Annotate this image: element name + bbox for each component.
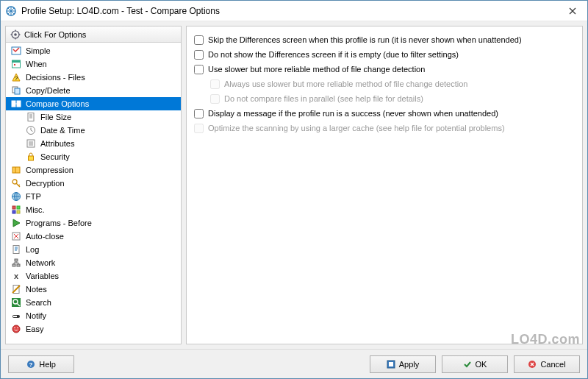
- checkbox[interactable]: [194, 50, 204, 60]
- nav-label: Variables: [26, 272, 59, 280]
- nav-variables[interactable]: x Variables: [6, 269, 181, 283]
- nav-when[interactable]: When: [6, 57, 181, 71]
- svg-rect-16: [28, 113, 34, 121]
- svg-rect-24: [12, 206, 15, 209]
- nav-file-size[interactable]: File Size: [6, 110, 181, 124]
- help-button[interactable]: ? Help: [8, 355, 74, 373]
- nav-easy[interactable]: Easy: [6, 322, 181, 336]
- svg-rect-32: [15, 259, 18, 261]
- svg-text:?: ?: [15, 75, 18, 82]
- help-icon: ?: [26, 360, 35, 369]
- opt-skip-differences[interactable]: Skip the Differences screen when this pr…: [194, 32, 575, 47]
- nav-decisions[interactable]: ? Decisions - Files: [6, 71, 181, 84]
- option-label: Display a message if the profile run is …: [208, 109, 498, 118]
- nav-simple[interactable]: Simple: [6, 44, 181, 57]
- checkbox[interactable]: [194, 109, 204, 118]
- nav-copydelete[interactable]: Copy/Delete: [6, 84, 181, 97]
- nav-autoclose[interactable]: Auto-close: [6, 230, 181, 243]
- nav-label: Misc.: [26, 205, 45, 214]
- checkbox: [210, 94, 220, 104]
- lock-icon: [25, 151, 37, 163]
- key-icon: [10, 177, 22, 189]
- opt-slower-reliable[interactable]: Use slower but more reliable method of f…: [194, 62, 575, 77]
- ok-button[interactable]: OK: [442, 355, 508, 373]
- svg-point-40: [14, 327, 15, 329]
- svg-rect-30: [12, 264, 15, 266]
- nav-log[interactable]: Log: [6, 243, 181, 256]
- checkbox: [194, 124, 204, 133]
- svg-rect-13: [15, 88, 20, 94]
- apply-button[interactable]: Apply: [370, 355, 436, 373]
- app-icon: [5, 5, 17, 17]
- titlebar: Profile Setup: LO4D.com - Test - Compare…: [1, 1, 587, 21]
- button-bar: ? Help Apply OK Cancel: [1, 349, 587, 378]
- cancel-icon: [528, 360, 537, 369]
- svg-rect-19: [29, 156, 34, 160]
- nav-label: Date & Time: [40, 126, 85, 135]
- svg-rect-38: [13, 316, 17, 317]
- checkbox[interactable]: [194, 65, 204, 74]
- checkbox[interactable]: [194, 35, 204, 45]
- nav-label: FTP: [26, 192, 41, 201]
- calendar-icon: [10, 58, 22, 70]
- svg-rect-25: [17, 206, 20, 209]
- opt-hide-empty-diff[interactable]: Do not show the Differences screen if it…: [194, 47, 575, 62]
- compression-icon: [10, 164, 22, 176]
- notify-icon: [10, 310, 22, 322]
- nav-network[interactable]: Network: [6, 256, 181, 269]
- nav-label: Easy: [26, 325, 43, 333]
- nav-label: Simple: [26, 46, 51, 55]
- variables-icon: x: [10, 270, 22, 282]
- file-size-icon: [25, 111, 37, 123]
- simple-icon: [10, 45, 22, 57]
- ok-icon: [463, 360, 472, 369]
- nav-notify[interactable]: Notify: [6, 309, 181, 322]
- nav-label: Decryption: [26, 179, 65, 188]
- nav-date-time[interactable]: Date & Time: [6, 124, 181, 137]
- nav-label: Log: [26, 245, 39, 254]
- button-label: Cancel: [540, 360, 565, 369]
- nav-ftp[interactable]: FTP: [6, 190, 181, 203]
- apply-icon: [387, 360, 395, 369]
- nav-label: Compare Options: [26, 99, 89, 108]
- nav-decryption[interactable]: Decryption: [6, 177, 181, 190]
- nav-misc[interactable]: Misc.: [6, 203, 181, 216]
- nav-label: Copy/Delete: [26, 86, 71, 95]
- opt-display-success[interactable]: Display a message if the profile run is …: [194, 106, 575, 121]
- nav-security[interactable]: Security: [6, 150, 181, 163]
- options-dropdown-header[interactable]: Click For Options: [6, 26, 181, 43]
- button-label: Apply: [399, 360, 420, 369]
- log-icon: [10, 244, 22, 255]
- clock-icon: [25, 124, 37, 136]
- svg-rect-20: [12, 167, 20, 173]
- svg-rect-26: [12, 210, 15, 213]
- dialog-window: Profile Setup: LO4D.com - Test - Compare…: [0, 0, 588, 379]
- easy-icon: [10, 323, 22, 335]
- nav-tree: Simple When ? Decisions - Files Copy/Del…: [6, 43, 181, 344]
- svg-point-2: [14, 33, 17, 36]
- nav-notes[interactable]: Notes: [6, 283, 181, 296]
- nav-attributes[interactable]: Attributes: [6, 137, 181, 150]
- svg-rect-31: [17, 264, 20, 266]
- svg-rect-9: [12, 60, 21, 63]
- misc-icon: [10, 204, 22, 216]
- opt-optimize-cache: Optimize the scanning by using a larger …: [194, 121, 575, 135]
- close-button[interactable]: [558, 1, 587, 21]
- nav-programs-before[interactable]: Programs - Before: [6, 216, 181, 230]
- svg-point-41: [17, 327, 18, 329]
- main-area: Click For Options Simple When ? Decision…: [1, 21, 587, 349]
- svg-rect-27: [17, 210, 20, 213]
- run-icon: [10, 217, 22, 229]
- svg-rect-14: [12, 101, 15, 107]
- option-label: Use slower but more reliable method of f…: [208, 65, 425, 74]
- nav-search[interactable]: Search: [6, 296, 181, 309]
- svg-rect-15: [17, 101, 21, 107]
- nav-compare-options[interactable]: Compare Options: [6, 97, 181, 110]
- ftp-icon: [10, 191, 22, 202]
- gear-icon: [10, 29, 21, 40]
- attributes-icon: [25, 138, 37, 149]
- network-icon: [10, 257, 22, 269]
- cancel-button[interactable]: Cancel: [514, 355, 580, 373]
- nav-compression[interactable]: Compression: [6, 163, 181, 177]
- nav-label: Notes: [26, 285, 47, 294]
